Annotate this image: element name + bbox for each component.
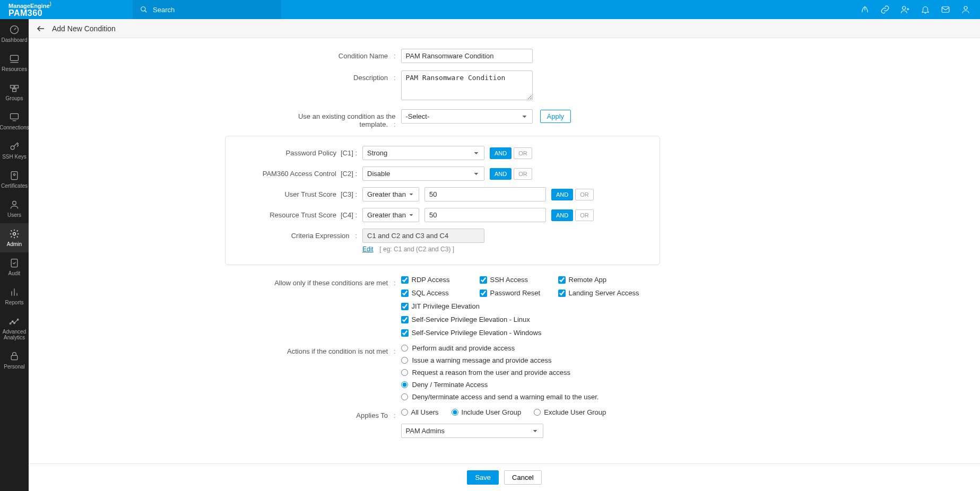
description-textarea[interactable]: PAM Ransomware Condition (401, 71, 533, 100)
cancel-button[interactable]: Cancel (504, 470, 541, 485)
c4-label: Resource Trust Score[C4] : (235, 208, 362, 219)
chk-sql[interactable]: SQL Access (401, 289, 465, 297)
sidebar-item-resources[interactable]: Resources (0, 48, 29, 77)
svg-rect-5 (942, 7, 949, 13)
chk-pwdreset[interactable]: Password Reset (480, 289, 543, 297)
c2-select[interactable]: Disable (362, 166, 484, 181)
search-block[interactable] (133, 0, 281, 19)
chk-jit[interactable]: JIT Privilege Elevation (401, 302, 507, 310)
radio-exclude-group[interactable]: Exclude User Group (534, 408, 606, 416)
c3-num-input[interactable] (424, 187, 546, 201)
expression-hint: [ eg: C1 and (C2 and C3) ] (379, 245, 454, 253)
c1-or[interactable]: OR (514, 147, 532, 159)
chk-rdp[interactable]: RDP Access (401, 276, 465, 284)
allow-checks: RDP Access SSH Access Remote App SQL Acc… (401, 276, 645, 337)
chk-selfservice-linux[interactable]: Self-Service Privilege Elevation - Linux (401, 315, 530, 323)
actions-radios: Perform audit and provide access Issue a… (401, 344, 599, 401)
back-arrow-icon[interactable] (36, 24, 46, 33)
bell-icon[interactable] (921, 5, 930, 14)
svg-line-1 (145, 11, 147, 13)
radio-audit[interactable]: Perform audit and provide access (401, 344, 599, 352)
expression-box: C1 and C2 and C3 and C4 (362, 229, 484, 243)
sidebar-label: Personal (4, 364, 24, 370)
edit-expression-link[interactable]: Edit (362, 245, 374, 253)
condition-name-label: Condition Name (261, 49, 401, 60)
chk-landing[interactable]: Landing Server Access (558, 289, 639, 297)
allow-label: Allow only if these conditions are met (261, 276, 401, 287)
radio-all-users[interactable]: All Users (401, 408, 439, 416)
sidebar-label: Users (7, 212, 21, 218)
svg-rect-10 (11, 85, 14, 88)
mail-icon[interactable] (941, 5, 950, 14)
radio-reason[interactable]: Request a reason from the user and provi… (401, 369, 599, 376)
c3-and[interactable]: AND (551, 189, 573, 200)
sidebar-item-groups[interactable]: Groups (0, 77, 29, 107)
group-select[interactable]: PAM Admins (401, 424, 543, 438)
chk-ssh[interactable]: SSH Access (480, 276, 543, 284)
radio-deny[interactable]: Deny / Terminate Access (401, 381, 599, 389)
c3-op-select[interactable]: Greater than (362, 187, 419, 201)
svg-point-18 (13, 233, 16, 235)
svg-rect-27 (11, 355, 18, 360)
sidebar-label: SSH Keys (2, 154, 27, 160)
brand-logo: ManageEngine) PAM360 (0, 2, 133, 17)
sidebar-item-advanced-analytics[interactable]: Advanced Analytics (0, 311, 29, 346)
template-select[interactable]: -Select- (401, 109, 533, 124)
chk-selfservice-windows[interactable]: Self-Service Privilege Elevation - Windo… (401, 329, 542, 337)
sidebar-label: Certificates (1, 183, 28, 189)
save-button[interactable]: Save (467, 470, 499, 485)
sidebar-item-admin[interactable]: Admin (0, 223, 29, 252)
c4-logic: AND OR (551, 209, 594, 221)
svg-rect-12 (13, 89, 16, 92)
c2-and[interactable]: AND (490, 168, 511, 180)
c4-or[interactable]: OR (575, 209, 594, 221)
sidebar-item-dashboard[interactable]: Dashboard (0, 19, 29, 48)
svg-point-6 (964, 6, 967, 10)
sidebar-item-sshkeys[interactable]: SSH Keys (0, 136, 29, 165)
rocket-icon[interactable] (860, 5, 870, 14)
sidebar-label: Resources (2, 66, 27, 72)
c1-and[interactable]: AND (490, 147, 511, 159)
sidebar-item-reports[interactable]: Reports (0, 282, 29, 311)
criteria-panel: Password Policy[C1] : Strong AND OR PAM3… (225, 136, 660, 265)
expression-label: Criteria Expression (235, 229, 362, 240)
link-icon[interactable] (880, 5, 890, 14)
svg-point-14 (11, 146, 14, 150)
apply-button[interactable]: Apply (540, 110, 571, 123)
sidebar-item-personal[interactable]: Personal (0, 346, 29, 375)
svg-rect-8 (11, 55, 19, 60)
sidebar-label: Audit (8, 270, 21, 276)
condition-name-input[interactable] (401, 49, 533, 63)
sidebar-label: Connections (0, 125, 29, 130)
c1-label: Password Policy[C1] : (235, 146, 362, 157)
search-input[interactable] (153, 6, 274, 14)
chk-remote[interactable]: Remote App (558, 276, 622, 284)
svg-rect-13 (11, 113, 19, 119)
c1-select[interactable]: Strong (362, 146, 484, 160)
radio-include-group[interactable]: Include User Group (452, 408, 522, 416)
svg-point-16 (13, 174, 15, 176)
sidebar-item-connections[interactable]: Connections (0, 107, 29, 136)
sidebar-label: Groups (6, 95, 23, 101)
svg-point-0 (141, 7, 145, 11)
radio-deny-email[interactable]: Deny/terminate access and send a warning… (401, 393, 599, 401)
sidebar-item-audit[interactable]: Audit (0, 252, 29, 282)
topbar-actions (860, 5, 980, 14)
svg-point-17 (13, 201, 16, 205)
sidebar-label: Reports (5, 300, 23, 305)
sidebar: Dashboard Resources Groups Connections S… (0, 19, 29, 491)
svg-point-23 (10, 323, 11, 325)
radio-warn[interactable]: Issue a warning message and provide acce… (401, 356, 599, 364)
add-user-icon[interactable] (900, 5, 910, 14)
c4-num-input[interactable] (424, 208, 546, 222)
svg-point-2 (903, 6, 906, 10)
c2-label: PAM360 Access Control[C2] : (235, 166, 362, 178)
sidebar-item-users[interactable]: Users (0, 194, 29, 223)
c2-or[interactable]: OR (514, 168, 532, 180)
c4-and[interactable]: AND (551, 209, 573, 221)
profile-icon[interactable] (961, 5, 970, 14)
c3-or[interactable]: OR (575, 189, 594, 200)
applies-label: Applies To (261, 408, 401, 419)
sidebar-item-certificates[interactable]: Certificates (0, 165, 29, 194)
c4-op-select[interactable]: Greater than (362, 208, 419, 222)
